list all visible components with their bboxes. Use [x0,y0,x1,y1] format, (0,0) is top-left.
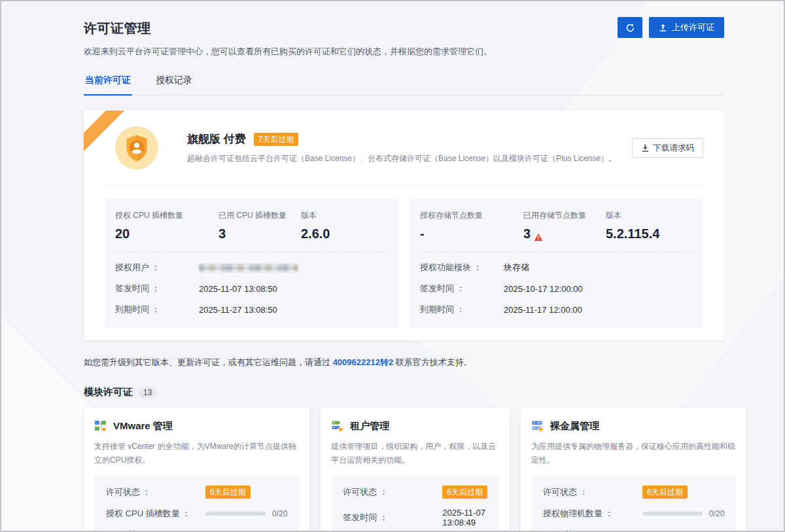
warning-triangle-icon [534,230,543,238]
redacted-licensed-user-value [199,264,298,272]
row-cpu-slot-quota: 授权 CPU 插槽数量 ： 0/20 [106,508,287,520]
module-card-vmware: VMware 管理 支持接管 vCenter 的全功能，为VMware的计算节点… [84,408,309,532]
page-header: 许可证管理 上传许可证 [84,17,724,38]
row-issue-time: 签发时间 ： 2025-11-07 13:08:50 [115,283,388,294]
dashed-divider [115,252,388,253]
module-card-title: 租户管理 [350,420,389,433]
module-card-detail-panel: 许可状态 ： 6天后过期 签发时间 ： 2025-11-07 13:08:49 … [331,475,499,532]
quota-progress-bar [205,512,266,516]
row-expire-time: 到期时间 ： 2025-11-27 13:08:50 [115,304,388,315]
row-expire-time: 到期时间 ： 2025-11-17 12:00:00 [420,304,693,315]
module-card-description: 支持接管 vCenter 的全功能，为VMware的计算节点提供独立的CPU授权… [94,440,299,469]
quota-progress-bar [642,512,703,516]
license-detail-panels: 授权 CPU 插槽数量 20 已用 CPU 插槽数量 3 版本 2.6.0 [105,198,703,328]
stat-authorized-cpu-slots: 授权 CPU 插槽数量 20 [115,210,218,241]
row-physical-machine-quota: 授权物理机数量 ： 0/20 [543,508,724,520]
tab-authorization-records[interactable]: 授权记录 [154,71,194,95]
upload-license-button[interactable]: 上传许可证 [649,17,724,38]
storage-license-panel: 授权存储节点数量 - 已用存储节点数量 3 [410,198,703,328]
refresh-button[interactable] [618,17,642,38]
module-card-title: 裸金属管理 [550,420,599,433]
license-shield-avatar-icon [115,126,158,169]
row-issue-time: 签发时间 ： 2025-10-17 12:00:00 [420,283,693,294]
module-card-list: VMware 管理 支持接管 vCenter 的全功能，为VMware的计算节点… [84,408,724,532]
row-license-status: 许可状态 ： 6天后过期 [543,486,724,499]
download-request-code-button[interactable]: 下载请求码 [632,138,704,158]
quota-progress-text: 0/20 [272,509,287,518]
header-actions: 上传许可证 [618,17,724,38]
stat-used-storage-nodes: 已用存储节点数量 3 [523,210,606,241]
header-divider [105,184,703,185]
main-license-card: 旗舰版 付费 7天后过期 超融合许可证包括云平台许可证（Base License… [84,111,724,340]
row-license-status: 许可状态 ： 6天后过期 [106,486,287,499]
platform-stats: 授权 CPU 插槽数量 20 已用 CPU 插槽数量 3 版本 2.6.0 [115,210,388,241]
module-card-detail-panel: 许可状态 ： 6天后过期 授权物理机数量 ： 0/20 签发时间 ： 2025-… [531,475,736,532]
download-icon [641,144,650,152]
row-license-status: 许可状态 ： 6天后过期 [343,486,487,499]
module-card-bare-metal: 裸金属管理 为应用提供专属的物理服务器，保证核心应用的高性能和稳定性。 许可状态… [521,408,746,532]
row-issue-time: 签发时间 ： 2025-11-07 13:08:49 [343,508,487,527]
platform-license-panel: 授权 CPU 插槽数量 20 已用 CPU 插槽数量 3 版本 2.6.0 [105,198,398,328]
module-card-tenant: 租户管理 提供管理项目，组织架构，用户，权限，以及云平台运营相关的功能。 许可状… [321,408,510,532]
download-button-label: 下载请求码 [654,143,695,154]
module-licenses-header: 模块许可证 13 [84,386,724,399]
dashed-divider [420,252,693,253]
license-card-header: 旗舰版 付费 7天后过期 超融合许可证包括云平台许可证（Base License… [105,126,703,169]
bare-metal-management-icon [531,419,544,433]
content-area: 许可证管理 上传许可证 欢迎来到云平台许可证管理中心，您可以查看所有已购买的许可… [84,1,724,532]
tenant-management-icon [331,419,344,433]
stat-storage-version: 版本 5.2.115.4 [606,210,659,241]
stat-platform-version: 版本 2.6.0 [301,210,330,241]
refresh-icon [625,23,635,33]
stat-used-cpu-slots: 已用 CPU 插槽数量 3 [218,210,301,241]
tab-current-license[interactable]: 当前许可证 [84,71,132,96]
module-count-badge: 13 [138,387,157,398]
page-subtitle: 欢迎来到云平台许可证管理中心，您可以查看所有已购买的许可证和它们的状态，并根据您… [84,46,724,58]
license-management-page: 许可证管理 上传许可证 欢迎来到云平台许可证管理中心，您可以查看所有已购买的许可… [0,0,785,532]
module-card-title: VMware 管理 [113,420,173,433]
license-expire-badge: 7天后过期 [254,133,299,146]
upload-button-label: 上传许可证 [672,22,714,33]
license-description: 超融合许可证包括云平台许可证（Base License）、分布式存储许可证（Ba… [187,153,632,164]
row-licensed-modules: 授权功能模块 ： 块存储 [420,262,693,274]
support-phone-link[interactable]: 4009622212转2 [333,357,394,367]
stat-authorized-storage-nodes: 授权存储节点数量 - [420,210,523,241]
license-card-head-text: 旗舰版 付费 7天后过期 超融合许可证包括云平台许可证（Base License… [187,132,632,164]
row-issue-time: 签发时间 ： 2025-11-07 13:08:49 [106,529,287,532]
page-title: 许可证管理 [84,17,151,37]
module-card-description: 提供管理项目，组织架构，用户，权限，以及云平台运营相关的功能。 [331,440,499,469]
row-issue-time: 签发时间 ： 2025-11-07 13:08:48 [543,529,724,532]
upload-icon [659,24,667,32]
module-expire-badge: 6天后过期 [442,486,487,499]
storage-stats: 授权存储节点数量 - 已用存储节点数量 3 [420,210,693,241]
module-card-description: 为应用提供专属的物理服务器，保证核心应用的高性能和稳定性。 [531,440,736,469]
support-note: 如您需升级到其它版本、更新许可证，或有其它运维问题，请通过 4009622212… [84,357,724,368]
module-expire-badge: 6天后过期 [642,486,688,499]
tab-bar: 当前许可证 授权记录 [84,71,724,96]
license-title: 旗舰版 付费 [187,132,246,147]
module-licenses-title: 模块许可证 [84,386,133,399]
vmware-management-icon [94,419,107,433]
row-licensed-user: 授权用户 ： [115,262,388,274]
quota-progress-text: 0/20 [709,509,724,518]
module-card-detail-panel: 许可状态 ： 6天后过期 授权 CPU 插槽数量 ： 0/20 签发时间 ： 2… [94,475,299,532]
module-expire-badge: 6天后过期 [205,486,251,499]
